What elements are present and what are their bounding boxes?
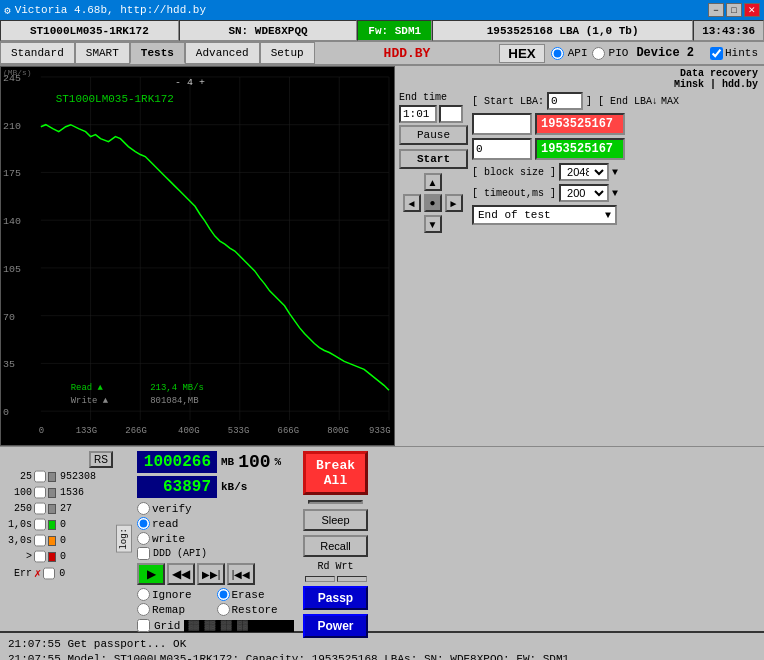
read-label: read bbox=[152, 518, 178, 530]
bar-err-checkbox[interactable] bbox=[43, 567, 55, 580]
tab-setup[interactable]: Setup bbox=[260, 42, 315, 64]
grid-checkbox[interactable] bbox=[137, 619, 150, 632]
log-button[interactable]: log: bbox=[116, 525, 132, 553]
nav-up[interactable]: ▲ bbox=[424, 173, 442, 191]
title-text: Victoria 4.68b, http://hdd.by bbox=[15, 4, 206, 16]
tab-standard[interactable]: Standard bbox=[0, 42, 75, 64]
tab-smart[interactable]: SMART bbox=[75, 42, 130, 64]
log-time-2: 21:07:55 bbox=[8, 653, 61, 660]
write-option: write bbox=[137, 532, 192, 545]
ignore-radio[interactable] bbox=[137, 588, 150, 601]
svg-text:533G: 533G bbox=[228, 426, 249, 436]
end-time-row bbox=[399, 105, 468, 123]
verify-option: verify bbox=[137, 502, 192, 515]
svg-text:105: 105 bbox=[3, 264, 21, 275]
nav-arrows: ▲ ◄ ● ► ▼ bbox=[403, 173, 465, 235]
svg-text:35: 35 bbox=[3, 359, 15, 370]
bar-3s-checkbox[interactable] bbox=[34, 534, 46, 547]
play-button[interactable]: ▶ bbox=[137, 563, 165, 585]
hints-label: Hints bbox=[725, 47, 758, 59]
ff-button[interactable]: ▶▶| bbox=[197, 563, 225, 585]
svg-text:70: 70 bbox=[3, 312, 15, 323]
bar-100-checkbox[interactable] bbox=[34, 486, 46, 499]
title-bar-controls: − □ ✕ bbox=[708, 3, 760, 17]
bar-25: 25 952308 bbox=[2, 470, 113, 483]
maximize-button[interactable]: □ bbox=[726, 3, 742, 17]
transport-row: ▶ ◀◀ ▶▶| |◀◀ bbox=[137, 563, 294, 585]
app-icon: ⚙ bbox=[4, 4, 11, 17]
hdd-label: HDD.BY bbox=[315, 46, 500, 61]
restore-radio[interactable] bbox=[217, 603, 230, 616]
drive-name: ST1000LM035-1RK172 bbox=[0, 20, 179, 41]
hints-checkbox[interactable] bbox=[710, 47, 723, 60]
nav-left[interactable]: ◄ bbox=[403, 194, 421, 212]
wrt-indicator bbox=[337, 576, 367, 582]
hex-button[interactable]: HEX bbox=[499, 44, 544, 63]
svg-text:266G: 266G bbox=[125, 426, 146, 436]
mb-row: 1000266 MB 100 % bbox=[137, 451, 294, 473]
main-area: 245 210 175 140 105 70 35 0 (MB/s) 0 133… bbox=[0, 66, 764, 446]
timeout-select[interactable]: 200 500 1000 bbox=[559, 184, 609, 202]
rs-button[interactable]: RS bbox=[89, 451, 113, 468]
lba-mid-input[interactable] bbox=[472, 113, 532, 135]
tab-tests[interactable]: Tests bbox=[130, 42, 185, 64]
log-time-1: 21:07:55 bbox=[8, 638, 61, 650]
end-button[interactable]: |◀◀ bbox=[227, 563, 255, 585]
bar-250: 250 27 bbox=[2, 502, 113, 515]
bar-250-vis bbox=[48, 504, 56, 514]
bar-25-checkbox[interactable] bbox=[34, 470, 46, 483]
bar-gt-checkbox[interactable] bbox=[34, 550, 46, 563]
bar-250-checkbox[interactable] bbox=[34, 502, 46, 515]
write-radio[interactable] bbox=[137, 532, 150, 545]
bar-1s: 1,0s 0 bbox=[2, 518, 113, 531]
mb-value: 1000266 bbox=[137, 451, 217, 473]
ignore-label: Ignore bbox=[152, 589, 192, 601]
tab-advanced[interactable]: Advanced bbox=[185, 42, 260, 64]
sleep-button[interactable]: Sleep bbox=[303, 509, 368, 531]
options-grid: Ignore Erase Remap Restore bbox=[137, 588, 294, 616]
end-time-input[interactable] bbox=[399, 105, 437, 123]
erase-radio[interactable] bbox=[217, 588, 230, 601]
end-lba-green: 1953525167 bbox=[535, 138, 625, 160]
remap-label: Remap bbox=[152, 604, 185, 616]
percent-value: 100 bbox=[238, 452, 270, 472]
api-radio[interactable] bbox=[551, 47, 564, 60]
read-radio[interactable] bbox=[137, 517, 150, 530]
passp-button[interactable]: Passp bbox=[303, 586, 368, 610]
back-button[interactable]: ◀◀ bbox=[167, 563, 195, 585]
rd-wrt-indicators bbox=[305, 576, 367, 582]
end-time-label: End time bbox=[399, 92, 468, 103]
recall-button[interactable]: Recall bbox=[303, 535, 368, 557]
api-label: API bbox=[568, 47, 588, 59]
bar-1s-checkbox[interactable] bbox=[34, 518, 46, 531]
nav-right[interactable]: ► bbox=[445, 194, 463, 212]
minimize-button[interactable]: − bbox=[708, 3, 724, 17]
remap-option: Remap bbox=[137, 603, 215, 616]
power-button[interactable]: Power bbox=[303, 614, 368, 638]
end-of-test-dropdown[interactable]: End of test ▼ bbox=[472, 205, 617, 225]
nav-down[interactable]: ▼ bbox=[424, 215, 442, 233]
start-button[interactable]: Start bbox=[399, 149, 468, 169]
close-button[interactable]: ✕ bbox=[744, 3, 760, 17]
lba-zero-input[interactable] bbox=[472, 138, 532, 160]
rs-row: RS bbox=[2, 451, 113, 468]
bar-100-vis bbox=[48, 488, 56, 498]
break-all-button[interactable]: Break All bbox=[303, 451, 368, 495]
write-label: write bbox=[152, 533, 185, 545]
remap-radio[interactable] bbox=[137, 603, 150, 616]
pio-radio[interactable] bbox=[592, 47, 605, 60]
log-line-1: 21:07:55 Get passport... OK bbox=[8, 637, 756, 652]
pause-button[interactable]: Pause bbox=[399, 125, 468, 145]
grid-display: ▓▓ ▓▓ ▓▓ ▓▓ bbox=[184, 620, 294, 632]
svg-text:666G: 666G bbox=[278, 426, 299, 436]
api-pio-group: API PIO Device 2 bbox=[545, 46, 704, 60]
start-lba-input[interactable] bbox=[547, 92, 583, 110]
ddd-checkbox[interactable] bbox=[137, 547, 150, 560]
block-size-select[interactable]: 2048 512 1024 bbox=[559, 163, 609, 181]
verify-label: verify bbox=[152, 503, 192, 515]
bar-1s-vis bbox=[48, 520, 56, 530]
verify-radio[interactable] bbox=[137, 502, 150, 515]
block-size-label: [ block size ] bbox=[472, 167, 556, 178]
svg-text:0: 0 bbox=[39, 426, 44, 436]
right-panel: Data recovery Minsk | hdd.by End time Pa… bbox=[395, 66, 764, 446]
